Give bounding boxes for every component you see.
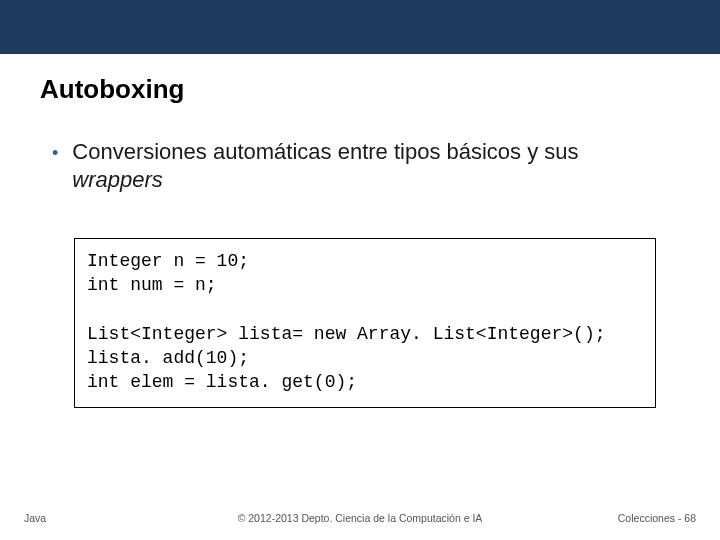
footer-center: © 2012-2013 Depto. Ciencia de la Computa… xyxy=(0,512,720,524)
bullet-text: Conversiones automáticas entre tipos bás… xyxy=(72,138,672,193)
footer-right: Colecciones - 68 xyxy=(618,512,696,524)
bullet-text-pre: Conversiones automáticas entre tipos bás… xyxy=(72,139,578,164)
bullet-dot-icon: • xyxy=(52,142,58,165)
bullet-text-italic: wrappers xyxy=(72,167,162,192)
bullet-item: • Conversiones automáticas entre tipos b… xyxy=(52,138,672,193)
header-bar xyxy=(0,0,720,54)
code-block: Integer n = 10; int num = n; List<Intege… xyxy=(74,238,656,408)
slide: Autoboxing • Conversiones automáticas en… xyxy=(0,0,720,540)
slide-title: Autoboxing xyxy=(40,74,184,105)
